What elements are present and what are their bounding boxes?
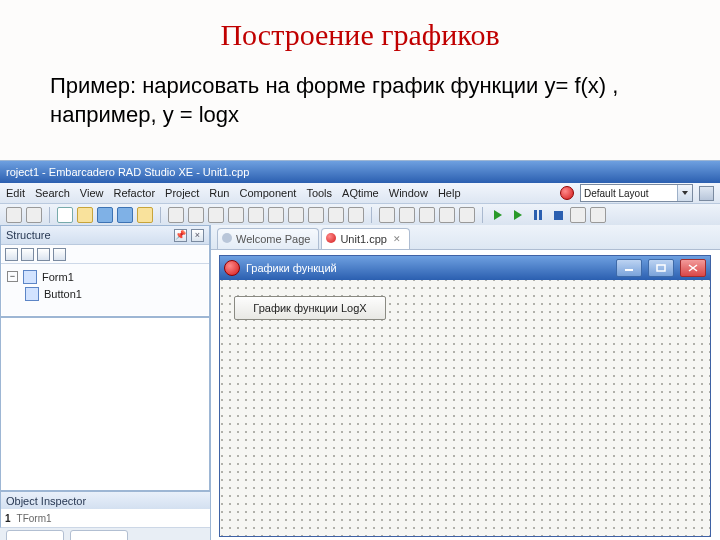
menu-aqtime[interactable]: AQtime [342,187,379,199]
separator [160,207,161,223]
button-icon [25,287,39,301]
editor-tabs: Welcome Page Unit1.cpp ✕ [211,225,720,250]
empty-panel [0,317,210,491]
save-layout-icon[interactable] [699,186,714,201]
form-caption: Графики функций [246,262,337,274]
tree-item-label: Button1 [44,288,82,300]
forward-button[interactable] [26,207,42,223]
object-inspector-selector[interactable]: 1 TForm1 [0,509,214,528]
form-icon [23,270,37,284]
menu-help[interactable]: Help [438,187,461,199]
tab-unit1-cpp[interactable]: Unit1.cpp ✕ [321,228,409,249]
toolbar-button[interactable] [379,207,395,223]
ide-toolbar [0,204,720,227]
back-button[interactable] [6,207,22,223]
layout-dropdown-value: Default Layout [584,188,649,199]
cpp-file-icon [326,233,336,243]
svg-rect-1 [657,265,665,271]
toolbar-button[interactable] [168,207,184,223]
inspector-tabs [0,527,220,540]
save-all-button[interactable] [117,207,133,223]
menu-search[interactable]: Search [35,187,70,199]
toolbar-button[interactable] [248,207,264,223]
run-no-debug-button[interactable] [510,207,526,223]
run-button[interactable] [490,207,506,223]
separator [49,207,50,223]
close-icon[interactable]: ✕ [393,234,401,244]
toolbar-button[interactable] [268,207,284,223]
close-icon[interactable]: × [191,229,204,242]
maximize-button[interactable] [648,259,674,277]
toolbar-button[interactable] [228,207,244,223]
structure-tool-icon[interactable] [21,248,34,261]
tree-item-label: Form1 [42,271,74,283]
collapse-icon[interactable]: − [7,271,18,282]
object-inspector-title: Object Inspector [0,491,215,511]
inspector-tab[interactable] [70,530,128,540]
tab-label: Unit1.cpp [340,233,386,245]
new-button[interactable] [57,207,73,223]
pause-button[interactable] [530,207,546,223]
toolbar-button[interactable] [308,207,324,223]
minimize-button[interactable] [616,259,642,277]
ide-window-title: roject1 - Embarcadero RAD Studio XE - Un… [6,166,249,178]
separator [482,207,483,223]
structure-toolbar [1,245,209,264]
structure-tool-icon[interactable] [5,248,18,261]
toolbar-button[interactable] [328,207,344,223]
form-button-label: График функции LogX [253,302,366,314]
form-button-logx[interactable]: График функции LogX [234,296,386,320]
ide-window-titlebar: roject1 - Embarcadero RAD Studio XE - Un… [0,161,720,183]
structure-tool-icon[interactable] [37,248,50,261]
form-titlebar: Графики функций [220,256,710,280]
close-button[interactable] [680,259,706,277]
component-type: TForm1 [17,513,52,524]
structure-tool-icon[interactable] [53,248,66,261]
slide-body: Пример: нарисовать на форме график функц… [0,52,720,139]
toolbar-button[interactable] [419,207,435,223]
structure-title-label: Structure [6,229,51,241]
ide-screenshot: roject1 - Embarcadero RAD Studio XE - Un… [0,160,720,540]
tab-welcome-page[interactable]: Welcome Page [217,228,319,249]
help-globe-icon[interactable] [560,186,574,200]
menu-project[interactable]: Project [165,187,199,199]
structure-panel: Structure 📌 × − Form1 Button1 [0,225,210,317]
app-icon [224,260,240,276]
component-name: 1 [5,513,11,524]
layout-dropdown[interactable]: Default Layout [580,184,693,202]
editor-area: Welcome Page Unit1.cpp ✕ Графики функций [210,225,720,540]
object-inspector-label: Object Inspector [6,495,86,507]
toolbar-button[interactable] [459,207,475,223]
toolbar-button[interactable] [188,207,204,223]
pin-icon[interactable]: 📌 [174,229,187,242]
menu-edit[interactable]: Edit [6,187,25,199]
inspector-tab[interactable] [6,530,64,540]
open-project-button[interactable] [137,207,153,223]
home-icon [222,233,232,243]
toolbar-button[interactable] [208,207,224,223]
step-over-button[interactable] [570,207,586,223]
structure-panel-title: Structure 📌 × [1,226,209,245]
step-into-button[interactable] [590,207,606,223]
menu-component[interactable]: Component [240,187,297,199]
toolbar-button[interactable] [348,207,364,223]
toolbar-button[interactable] [439,207,455,223]
menu-refactor[interactable]: Refactor [113,187,155,199]
toolbar-button[interactable] [399,207,415,223]
tab-label: Welcome Page [236,233,310,245]
stop-button[interactable] [550,207,566,223]
toolbar-button[interactable] [288,207,304,223]
menu-view[interactable]: View [80,187,104,199]
separator [371,207,372,223]
menu-tools[interactable]: Tools [306,187,332,199]
tree-item-button[interactable]: Button1 [7,285,203,302]
tree-item-form[interactable]: − Form1 [7,268,203,285]
structure-tree: − Form1 Button1 [1,264,209,306]
open-button[interactable] [77,207,93,223]
slide-title: Построение графиков [0,0,720,52]
form-designer-window[interactable]: Графики функций График функции LogX [219,255,711,537]
menu-run[interactable]: Run [209,187,229,199]
save-button[interactable] [97,207,113,223]
chevron-down-icon [677,185,692,201]
menu-window[interactable]: Window [389,187,428,199]
